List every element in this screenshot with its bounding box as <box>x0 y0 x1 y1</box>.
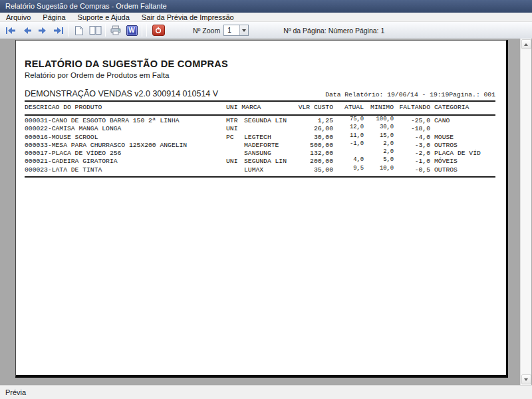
cell-categoria <box>430 125 495 133</box>
cell-marca: SEGUNDA LIN <box>244 117 287 125</box>
report-page: RELATÓRIO DA SUGESTÃO DE COMPRAS Relatór… <box>15 40 508 378</box>
cell-descricao: 000031-CANO DE ESGOTO BARRA 150 2ª LINHA <box>25 117 226 125</box>
cell-faltando: -18,0 <box>394 125 430 133</box>
two-pages-icon <box>89 25 102 35</box>
cell-uni: MTR <box>226 117 244 125</box>
cell-atual: 4,0 <box>333 156 364 164</box>
next-page-icon <box>38 27 48 35</box>
menu-bar: Arquivo Página Suporte e Ajuda Sair da P… <box>0 13 532 22</box>
export-word-icon: W <box>126 25 138 36</box>
zoom-select[interactable]: 1 <box>223 25 249 36</box>
two-page-view-button[interactable] <box>87 23 103 38</box>
table-row: 000023-LATA DE TINTA LUMAX 35,00 9,5 10,… <box>25 166 495 174</box>
preview-workspace: RELATÓRIO DA SUGESTÃO DE COMPRAS Relatór… <box>0 39 532 385</box>
toolbar-separator <box>68 24 69 37</box>
menu-sair-previa[interactable]: Sair da Prévia de Impressão <box>136 13 240 22</box>
table-row: 000016-MOUSE SCROOL PC LEGTECH 30,00 11,… <box>25 134 495 142</box>
close-preview-button[interactable] <box>149 23 168 38</box>
first-page-button[interactable] <box>3 23 19 38</box>
last-page-icon <box>53 27 64 35</box>
single-page-view-button[interactable] <box>71 23 87 38</box>
table-row: 000033-MESA PARA CHURRASCO 125X200 ANGEL… <box>25 142 495 150</box>
cell-marca: LUMAX <box>244 166 287 174</box>
cell-atual: 75,0 <box>333 115 364 123</box>
cell-uni: UNI <box>226 125 244 133</box>
toolbar-separator <box>142 24 142 37</box>
cell-categoria: MÓVEIS <box>430 158 495 166</box>
cell-categoria: MOUSE <box>430 134 495 142</box>
cell-faltando: -2,0 <box>394 150 430 158</box>
cell-descricao: 000022-CAMISA MANGA LONGA <box>25 125 226 133</box>
table-row: 000022-CAMISA MANGA LONGA UNI 26,00 12,0… <box>25 125 495 133</box>
previous-page-icon <box>22 27 32 35</box>
vertical-scrollbar[interactable] <box>520 39 531 385</box>
cell-minimo: 10,0 <box>364 164 394 172</box>
col-header-atual: ATUAL <box>333 103 364 112</box>
cell-uni: UNI <box>226 158 244 166</box>
window-titlebar: Relatório Sugestão de Compras - Ordem Fa… <box>0 0 532 13</box>
zoom-label: Nº Zoom <box>193 27 220 35</box>
table-header-row: DESCRICAO DO PRODUTO UNI MARCA VLR CUSTO… <box>25 103 495 112</box>
toolbar: W Nº Zoom 1 Nº da Página: Número Página:… <box>0 22 532 39</box>
status-bar: Prévia <box>0 385 532 399</box>
cell-faltando: -4,0 <box>394 134 430 142</box>
export-word-button[interactable]: W <box>124 23 140 38</box>
cell-minimo: 5,0 <box>364 156 394 164</box>
cell-marca: SANSUNG <box>244 150 287 158</box>
scroll-up-button[interactable] <box>521 39 531 49</box>
table-row: 000031-CANO DE ESGOTO BARRA 150 2ª LINHA… <box>25 117 495 125</box>
scroll-down-button[interactable] <box>521 374 531 384</box>
last-page-button[interactable] <box>51 23 66 38</box>
cell-marca: LEGTECH <box>244 134 287 142</box>
print-button[interactable] <box>108 23 124 38</box>
menu-pagina[interactable]: Página <box>37 13 71 22</box>
toolbar-separator <box>105 24 106 37</box>
cell-descricao: 000016-MOUSE SCROOL <box>25 134 226 142</box>
cell-marca <box>244 125 287 133</box>
chevron-up-icon <box>524 43 528 46</box>
report-page-number: Pagina.: 001 <box>449 91 495 98</box>
page-info-text: Nº da Página: Número Página: 1 <box>283 27 384 35</box>
cell-minimo: 15,0 <box>364 132 394 140</box>
cell-uni: PC <box>226 134 244 142</box>
cell-categoria: CANO <box>430 117 495 125</box>
col-header-uni-marca: UNI MARCA <box>226 103 287 112</box>
divider <box>25 114 495 116</box>
print-icon <box>110 25 121 35</box>
cell-vlr-custo: 132,00 <box>287 150 333 158</box>
cell-uni <box>226 166 244 174</box>
menu-suporte-ajuda[interactable]: Suporte e Ajuda <box>72 13 136 22</box>
menu-arquivo[interactable]: Arquivo <box>0 13 37 22</box>
cell-descricao: 000023-LATA DE TINTA <box>25 166 226 174</box>
zoom-value: 1 <box>224 25 239 35</box>
cell-atual: 9,5 <box>333 164 364 172</box>
report-header-row: DEMONSTRAÇÃO VENDAS v2.0 300914 010514 V… <box>25 89 495 98</box>
cell-atual <box>333 148 364 156</box>
cell-categoria: OUTROS <box>430 142 495 150</box>
cell-descricao: 000033-MESA PARA CHURRASCO 125X200 ANGEL… <box>25 142 226 150</box>
cell-faltando: -25,0 <box>394 117 430 125</box>
report-title: RELATÓRIO DA SUGESTÃO DE COMPRAS <box>25 59 495 69</box>
previous-page-button[interactable] <box>19 23 35 38</box>
first-page-icon <box>5 27 16 35</box>
cell-marca: SEGUNDA LIN <box>244 158 287 166</box>
cell-atual: 12,0 <box>333 123 364 131</box>
single-page-icon <box>74 25 84 36</box>
cell-vlr-custo: 200,00 <box>287 158 333 166</box>
col-header-minimo: MINIMO <box>364 103 394 112</box>
cell-atual: -1,0 <box>333 140 364 148</box>
next-page-button[interactable] <box>35 23 51 38</box>
combo-dropdown-button[interactable] <box>239 25 248 35</box>
cell-vlr-custo: 35,00 <box>287 166 333 174</box>
cell-minimo: 2,0 <box>364 140 394 148</box>
report-date: Data Relatório: 19/06/14 - 19:19 <box>325 91 449 98</box>
table-row: 000021-CADEIRA GIRATORIA UNI SEGUNDA LIN… <box>25 158 495 166</box>
col-header-faltando: FALTANDO <box>394 103 430 112</box>
cell-descricao: 000021-CADEIRA GIRATORIA <box>25 158 226 166</box>
cell-faltando: -3,0 <box>394 142 430 150</box>
col-header-categoria: CATEGORIA <box>430 103 495 112</box>
cell-uni <box>226 142 244 150</box>
cell-uni <box>226 150 244 158</box>
toolbar-separator <box>146 24 147 37</box>
cell-faltando: -0,5 <box>394 166 430 174</box>
